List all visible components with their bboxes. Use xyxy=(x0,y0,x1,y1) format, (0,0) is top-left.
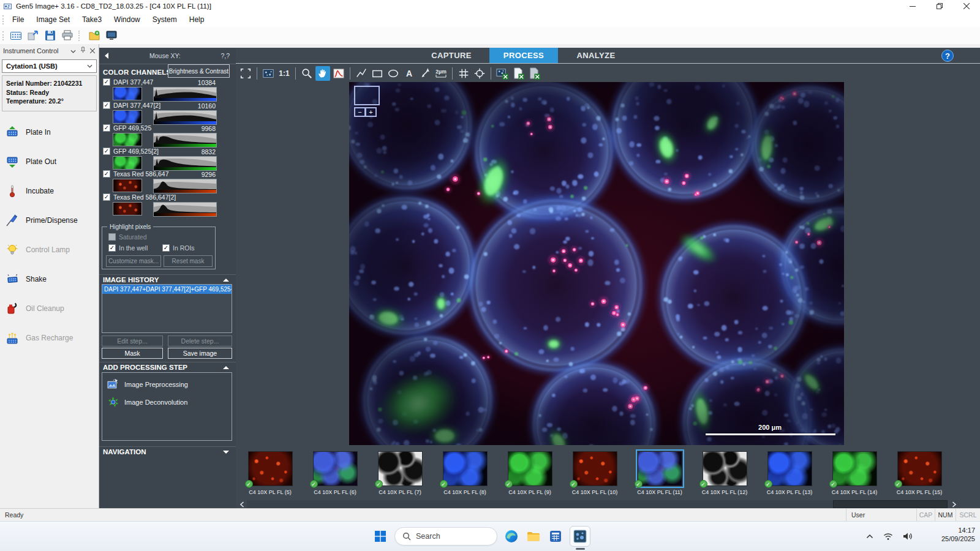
tab-capture[interactable]: CAPTURE xyxy=(417,48,486,63)
arrow-annotation-icon[interactable] xyxy=(418,66,432,81)
navigation-header[interactable]: NAVIGATION xyxy=(99,446,236,457)
channel-thumbnail[interactable] xyxy=(113,87,142,100)
delete-step-button[interactable]: Delete step... xyxy=(168,335,232,347)
processing-step-image-deconvolution[interactable]: Image Deconvolution xyxy=(102,393,232,411)
filmstrip-thumbnail[interactable]: ✓ xyxy=(508,451,552,486)
collapse-up-icon[interactable] xyxy=(222,365,230,370)
image-history-header[interactable]: IMAGE HISTORY xyxy=(99,274,236,285)
close-button[interactable] xyxy=(953,0,980,12)
zoom-in-button[interactable]: + xyxy=(365,107,377,117)
panel-menu-icon[interactable] xyxy=(70,47,76,54)
channel-thumbnail[interactable] xyxy=(113,156,142,170)
grid-overlay-icon[interactable] xyxy=(456,66,471,81)
channel-histogram[interactable] xyxy=(153,156,217,171)
channel-histogram[interactable] xyxy=(153,110,217,125)
channel-histogram[interactable] xyxy=(153,202,217,217)
start-button[interactable] xyxy=(372,528,388,544)
image-preview-icon[interactable] xyxy=(261,66,276,81)
export-report-excel-icon[interactable] xyxy=(527,66,541,81)
histogram-icon[interactable] xyxy=(331,66,346,81)
instrument-action-shake[interactable]: Shake xyxy=(0,264,99,294)
taskbar-clock[interactable]: 14:17 25/09/2025 xyxy=(941,526,975,544)
menu-help[interactable]: Help xyxy=(183,12,211,27)
volume-icon[interactable] xyxy=(903,532,913,541)
image-viewport[interactable]: − + 200 μm xyxy=(236,82,980,446)
instrument-action-prime-dispense[interactable]: Prime/Dispense xyxy=(0,206,99,235)
save-image-button[interactable]: Save image xyxy=(168,348,232,359)
channel-checkbox[interactable] xyxy=(103,124,110,132)
menu-image-set[interactable]: Image Set xyxy=(30,12,76,27)
panel-close-icon[interactable] xyxy=(90,47,95,54)
channel-thumbnail[interactable] xyxy=(113,133,142,146)
saturated-checkbox[interactable] xyxy=(108,233,116,241)
in-the-well-checkbox[interactable] xyxy=(108,244,116,252)
instrument-select[interactable]: Cytation1 (USB) xyxy=(2,59,97,73)
export-data-excel-icon[interactable] xyxy=(511,66,526,81)
taskbar-search[interactable]: Search xyxy=(394,527,497,545)
tab-analyze[interactable]: ANALYZE xyxy=(562,48,630,63)
plate-app-icon[interactable] xyxy=(8,28,23,43)
collapse-up-icon[interactable] xyxy=(222,278,230,282)
open-folder-icon[interactable] xyxy=(86,28,102,43)
wifi-icon[interactable] xyxy=(883,533,893,541)
menu-system[interactable]: System xyxy=(146,12,183,27)
instrument-action-plate-in[interactable]: Plate In xyxy=(0,118,99,147)
filmstrip-thumbnail[interactable]: ✓ xyxy=(248,451,293,486)
image-history-entry[interactable]: DAPI 377,447+DAPI 377,447[2]+GFP 469,525… xyxy=(102,285,232,294)
menu-take3[interactable]: Take3 xyxy=(76,12,108,27)
collapse-panel-icon[interactable] xyxy=(102,50,111,61)
filmstrip-thumbnail[interactable]: ✓ xyxy=(313,451,358,486)
filmstrip-thumbnail[interactable]: ✓ xyxy=(573,451,617,486)
in-rois-checkbox[interactable] xyxy=(162,244,170,252)
minimize-button[interactable] xyxy=(899,0,926,12)
channel-thumbnail[interactable] xyxy=(113,110,142,124)
filmstrip-thumbnail[interactable]: ✓ xyxy=(703,451,747,486)
print-icon[interactable] xyxy=(59,28,75,43)
channel-checkbox[interactable] xyxy=(103,148,110,155)
processing-step-image-preprocessing[interactable]: Image Preprocessing xyxy=(102,375,232,393)
customize-mask-button[interactable]: Customize mask... xyxy=(106,255,161,267)
channel-checkbox[interactable] xyxy=(103,102,110,109)
channel-histogram[interactable] xyxy=(153,87,217,102)
filmstrip-thumbnail[interactable]: ✓ xyxy=(897,451,942,486)
filmstrip-thumbnail[interactable]: ✓ xyxy=(638,451,682,486)
gen5-app-taskbar-icon[interactable] xyxy=(570,526,590,547)
text-tool[interactable]: A xyxy=(402,66,417,81)
rectangle-tool-icon[interactable] xyxy=(370,66,385,81)
reset-mask-button[interactable]: Reset mask xyxy=(164,255,213,267)
restore-button[interactable] xyxy=(926,0,953,12)
monitor-icon[interactable] xyxy=(104,28,119,43)
tray-chevron-up-icon[interactable] xyxy=(866,534,873,539)
tab-process[interactable]: PROCESS xyxy=(489,48,558,63)
channel-checkbox[interactable] xyxy=(103,193,110,201)
collapse-down-icon[interactable] xyxy=(222,450,230,454)
pan-hand-icon[interactable] xyxy=(315,66,330,81)
line-tool-icon[interactable] xyxy=(354,66,369,81)
pin-icon[interactable] xyxy=(80,47,86,54)
channel-histogram[interactable] xyxy=(153,133,217,148)
scale-tool[interactable]: 2μm xyxy=(434,66,448,81)
add-processing-step-header[interactable]: ADD PROCESSING STEP xyxy=(99,362,236,372)
filmstrip-thumbnail[interactable]: ✓ xyxy=(832,451,877,486)
magnifier-icon[interactable] xyxy=(300,66,314,81)
edge-browser-icon[interactable] xyxy=(503,528,519,544)
save-icon[interactable] xyxy=(42,28,58,43)
crosshair-icon[interactable] xyxy=(472,66,487,81)
brightness-contrast-button[interactable]: Brightness & Contrast xyxy=(168,64,230,78)
data-app-icon[interactable] xyxy=(548,528,564,544)
scroll-left-button[interactable] xyxy=(238,500,246,508)
mask-button[interactable]: Mask xyxy=(102,348,163,359)
export-icon[interactable] xyxy=(25,28,40,43)
menu-window[interactable]: Window xyxy=(108,12,146,27)
channel-checkbox[interactable] xyxy=(103,78,110,86)
instrument-action-incubate[interactable]: Incubate xyxy=(0,176,99,206)
filmstrip-thumbnail[interactable]: ✓ xyxy=(378,451,423,486)
file-explorer-icon[interactable] xyxy=(526,528,541,544)
channel-thumbnail[interactable] xyxy=(113,202,142,216)
menu-file[interactable]: File xyxy=(6,12,30,27)
scroll-right-button[interactable] xyxy=(950,500,959,508)
channel-histogram[interactable] xyxy=(153,179,217,193)
ellipse-tool-icon[interactable] xyxy=(386,66,401,81)
fit-screen-icon[interactable] xyxy=(238,66,253,81)
edit-step-button[interactable]: Edit step... xyxy=(102,335,163,347)
